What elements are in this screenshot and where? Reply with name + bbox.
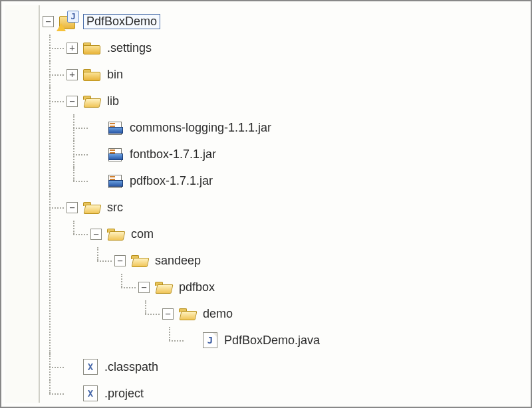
tree-folder-lib[interactable]: − lib commons-logging-1.1.1.jar [66,88,524,194]
folder-icon [83,41,100,54]
collapse-icon[interactable]: − [43,16,54,27]
tree-package-demo[interactable]: − demo [162,300,524,354]
folder-label[interactable]: .settings [107,41,152,55]
tree-java-file[interactable]: PdfBoxDemo.java [186,327,524,354]
folder-open-icon [107,227,124,241]
tree-folder-bin[interactable]: + bin [66,61,524,88]
folder-label[interactable]: bin [107,68,123,82]
file-label[interactable]: .classpath [104,360,158,374]
jar-icon [107,147,123,161]
folder-open-icon [83,201,100,214]
java-file-label[interactable]: PdfBoxDemo.java [224,334,320,348]
folder-open-icon [131,254,148,267]
tree-jar-item[interactable]: commons-logging-1.1.1.jar [90,114,524,141]
tree-file-project[interactable]: .project [66,380,524,407]
collapse-icon[interactable]: − [162,308,174,320]
left-gutter [5,5,40,403]
expand-icon[interactable]: + [66,43,78,54]
tree-file-classpath[interactable]: .classpath [66,354,524,380]
folder-label[interactable]: lib [107,94,119,108]
tree-folder-src[interactable]: − src − com [66,194,524,354]
project-tree[interactable]: − PdfBoxDemo + .settings + [40,5,524,403]
tree-root-project[interactable]: − PdfBoxDemo + .settings + [43,8,524,407]
project-name[interactable]: PdfBoxDemo [83,14,160,29]
collapse-icon[interactable]: − [66,202,78,213]
package-label[interactable]: demo [203,307,233,321]
tree-jar-item[interactable]: fontbox-1.7.1.jar [90,141,524,167]
jar-icon [107,173,123,188]
tree-folder-settings[interactable]: + .settings [66,35,524,61]
jar-icon [107,120,123,135]
folder-label[interactable]: src [107,201,123,215]
expand-icon[interactable]: + [66,69,78,80]
xml-file-icon [83,359,98,375]
jar-label[interactable]: commons-logging-1.1.1.jar [130,121,271,135]
tree-package-pdfbox[interactable]: − pdfbox − [138,274,524,354]
folder-open-icon [179,307,196,320]
folder-open-icon [83,94,100,108]
tree-package-sandeep[interactable]: − sandeep − [114,247,524,354]
xml-file-icon [83,385,98,401]
collapse-icon[interactable]: − [90,229,102,240]
jar-label[interactable]: pdfbox-1.7.1.jar [130,174,213,188]
collapse-icon[interactable]: − [66,96,78,107]
folder-open-icon [155,280,172,294]
folder-icon [83,68,100,81]
package-label[interactable]: sandeep [155,254,201,268]
collapse-icon[interactable]: − [114,255,126,266]
collapse-icon[interactable]: − [138,282,150,293]
file-label[interactable]: .project [104,387,144,401]
jar-label[interactable]: fontbox-1.7.1.jar [130,148,216,161]
tree-package-com[interactable]: − com − sandeep [90,221,524,354]
java-file-icon [203,332,217,348]
tree-jar-item[interactable]: pdfbox-1.7.1.jar [90,167,524,194]
package-label[interactable]: pdfbox [179,280,215,294]
package-label[interactable]: com [131,227,154,241]
java-project-icon [59,13,76,29]
